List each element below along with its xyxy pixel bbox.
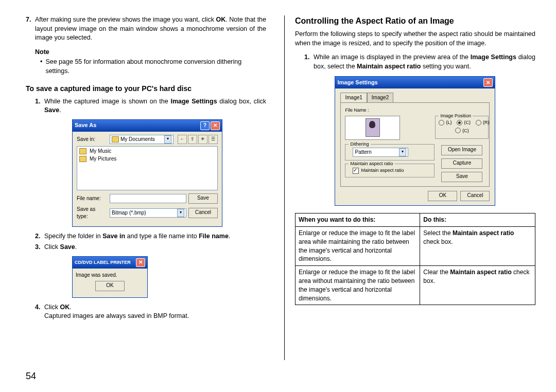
cancel-button[interactable]: Cancel — [188, 208, 218, 218]
folder-icon — [112, 136, 119, 142]
radio-center2[interactable]: (C) — [455, 128, 469, 134]
step3-text: Click Save. — [44, 243, 266, 252]
note-heading: Note — [35, 48, 266, 57]
ok-button[interactable]: OK — [95, 281, 125, 291]
folder-icon — [79, 148, 86, 154]
image-position-group: Image Position (L) (C) (R) (C) — [435, 116, 489, 139]
open-image-button[interactable]: Open Image — [441, 145, 482, 155]
thumbnail-icon — [366, 118, 380, 137]
tab-image1[interactable]: Image1 — [340, 93, 367, 102]
imgset-title: Image Settings — [337, 79, 377, 86]
step4-note: Captured images are always saved in BMP … — [44, 312, 266, 321]
step3-number: 3. — [35, 243, 42, 252]
image-settings-dialog: Image Settings ✕ Image1 Image2 File Name… — [335, 76, 495, 206]
aspect-heading: Controlling the Aspect Ratio of an Image — [295, 15, 535, 27]
list-item[interactable]: My Music — [79, 148, 215, 155]
confirm-message: Image was saved. — [76, 272, 144, 279]
save-heading: To save a captured image to your PC's ha… — [26, 84, 266, 94]
saveas-dialog: Save As ? ✕ Save in: My Documents ▾ ← ⇧ — [72, 119, 222, 227]
page-number: 54 — [26, 371, 36, 382]
saveas-title: Save As — [75, 121, 96, 129]
back-icon[interactable]: ← — [178, 135, 187, 144]
r-step1-text: While an image is displayed in the previ… — [314, 53, 535, 71]
table-row: Enlarge or reduce the image to fit the l… — [295, 266, 535, 305]
table-header-when: When you want to do this: — [295, 213, 420, 227]
savein-label: Save in: — [77, 136, 108, 143]
checkbox-icon[interactable] — [353, 168, 359, 174]
new-folder-icon[interactable]: ✳ — [198, 135, 207, 144]
table-header-do: Do this: — [420, 213, 535, 227]
close-icon[interactable]: ✕ — [211, 121, 220, 130]
note-bullet: • See page 55 for information about mono… — [40, 58, 266, 76]
save-button[interactable]: Save — [441, 172, 482, 182]
ok-button[interactable]: OK — [428, 191, 457, 201]
cancel-button[interactable]: Cancel — [460, 191, 490, 201]
capture-button[interactable]: Capture — [441, 158, 482, 169]
aspect-ratio-table: When you want to do this: Do this: Enlar… — [295, 213, 535, 305]
save-button[interactable]: Save — [188, 193, 218, 204]
dithering-combo[interactable]: Pattern ▾ — [353, 148, 408, 157]
view-menu-icon[interactable]: ☰ — [208, 135, 218, 144]
help-icon[interactable]: ? — [200, 121, 210, 130]
close-icon[interactable]: ✕ — [136, 258, 145, 267]
step2-text: Specify the folder in Save in and type a… — [44, 232, 266, 241]
tab-image2[interactable]: Image2 — [367, 93, 393, 102]
step1-number: 1. — [35, 97, 42, 115]
close-icon[interactable]: ✕ — [483, 78, 493, 87]
step7-number: 7. — [26, 15, 33, 43]
file-list[interactable]: My Music My Pictures — [77, 146, 218, 190]
r-step1-number: 1. — [304, 53, 311, 71]
up-folder-icon[interactable]: ⇧ — [188, 135, 197, 144]
filename-label: File name: — [77, 195, 108, 202]
maintain-aspect-checkbox[interactable]: Maintain aspect ratio — [353, 167, 431, 174]
saveastype-combo[interactable]: Bitmap (*.bmp) ▾ — [110, 208, 186, 218]
saveastype-label: Save as type: — [77, 206, 108, 220]
image-preview — [345, 116, 400, 140]
radio-right[interactable]: (R) — [476, 119, 490, 126]
savein-combo[interactable]: My Documents ▾ — [110, 135, 173, 144]
aspect-intro: Perform the following steps to specify w… — [295, 30, 535, 48]
chevron-down-icon[interactable]: ▾ — [177, 209, 184, 217]
maintain-aspect-group: Maintain aspect ratio Maintain aspect ra… — [345, 164, 435, 177]
radio-center[interactable]: (C) — [457, 119, 471, 126]
chevron-down-icon[interactable]: ▾ — [399, 148, 406, 156]
confirm-dialog: CD/DVD LABEL PRINTER ✕ Image was saved. … — [72, 256, 148, 298]
radio-left[interactable]: (L) — [439, 119, 451, 126]
table-row: Enlarge or reduce the image to fit the l… — [295, 226, 535, 265]
step2-number: 2. — [35, 232, 42, 241]
step7-text: After making sure the preview shows the … — [35, 15, 266, 43]
list-item[interactable]: My Pictures — [79, 155, 215, 163]
step1-text: While the captured image is shown on the… — [44, 97, 266, 115]
step4-text: Click OK. Captured images are always sav… — [44, 303, 266, 321]
confirm-title: CD/DVD LABEL PRINTER — [75, 259, 131, 266]
folder-icon — [79, 156, 86, 162]
column-divider — [284, 15, 285, 360]
step4-number: 4. — [35, 303, 42, 321]
chevron-down-icon[interactable]: ▾ — [164, 135, 171, 144]
filename-input[interactable] — [110, 194, 186, 203]
dithering-group: Dithering Pattern ▾ — [345, 144, 435, 161]
